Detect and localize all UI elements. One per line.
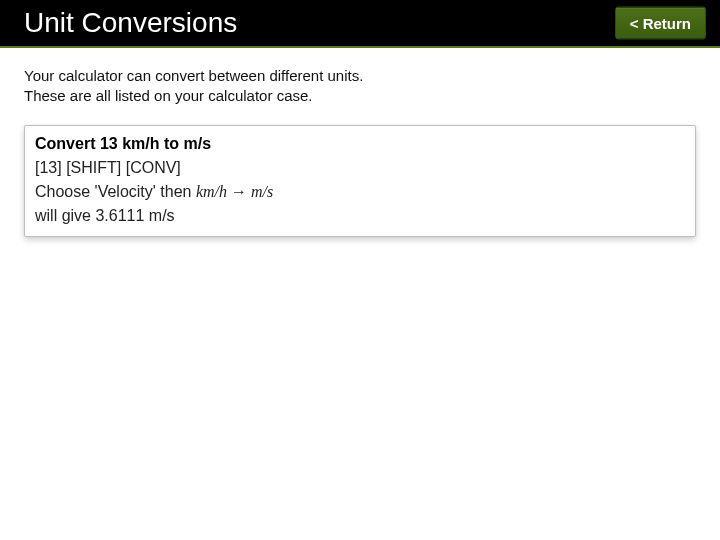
example-to-unit: m/s (251, 183, 273, 200)
intro-line-2: These are all listed on your calculator … (24, 86, 696, 106)
example-result: will give 3.6111 m/s (35, 204, 685, 228)
example-box: Convert 13 km/h to m/s [13] [SHIFT] [CON… (24, 125, 696, 237)
arrow-icon: → (227, 183, 251, 200)
example-from-unit: km/h (196, 183, 227, 200)
intro-line-1: Your calculator can convert between diff… (24, 66, 696, 86)
intro-text: Your calculator can convert between diff… (0, 48, 720, 119)
header-bar: Unit Conversions < Return (0, 0, 720, 48)
example-keys: [13] [SHIFT] [CONV] (35, 156, 685, 180)
example-choose-prefix: Choose 'Velocity' then (35, 183, 196, 200)
example-title: Convert 13 km/h to m/s (35, 132, 685, 156)
page-title: Unit Conversions (24, 7, 237, 39)
example-choose-line: Choose 'Velocity' then km/h→m/s (35, 180, 685, 204)
return-button[interactable]: < Return (615, 7, 706, 40)
